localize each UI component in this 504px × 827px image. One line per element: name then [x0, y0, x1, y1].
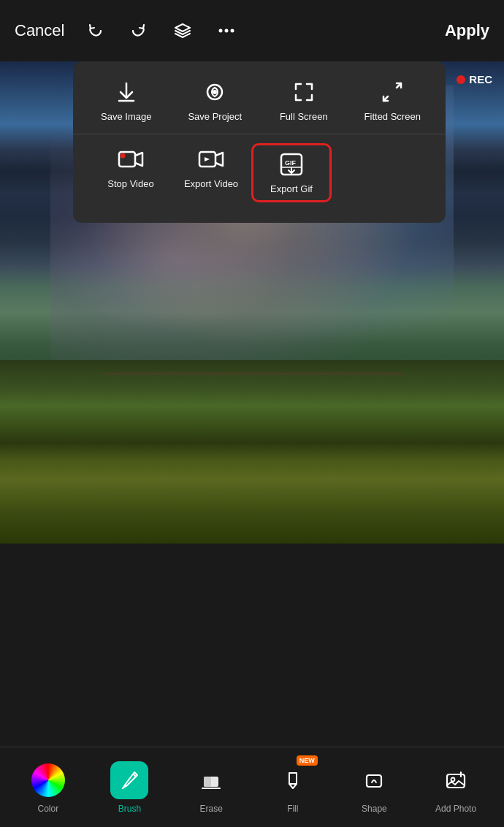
svg-rect-20: [367, 775, 381, 787]
svg-rect-21: [447, 774, 465, 788]
svg-rect-18: [204, 777, 211, 787]
erase-label: Erase: [199, 804, 222, 814]
shape-icon: [363, 769, 385, 791]
stop-video-item[interactable]: Stop Video: [91, 146, 171, 189]
svg-point-7: [213, 90, 217, 94]
rec-badge: REC: [457, 73, 492, 85]
save-image-label: Save Image: [101, 111, 151, 122]
new-badge: NEW: [297, 755, 318, 766]
color-tool[interactable]: Color: [19, 761, 77, 814]
cancel-button[interactable]: Cancel: [15, 21, 64, 40]
top-bar: Cancel Ap: [0, 0, 504, 61]
full-screen-icon: [292, 79, 316, 105]
more-icon: [216, 20, 237, 41]
add-photo-tool[interactable]: Add Photo: [427, 761, 485, 814]
erase-icon: [200, 769, 222, 791]
redo-button[interactable]: [126, 18, 152, 44]
svg-point-2: [225, 29, 229, 33]
layers-icon: [172, 20, 193, 41]
apply-button[interactable]: Apply: [445, 21, 489, 40]
fill-tool[interactable]: NEW Fill: [264, 761, 322, 814]
svg-marker-11: [205, 157, 210, 161]
export-video-icon: [198, 146, 224, 172]
svg-point-9: [121, 153, 126, 159]
export-video-item[interactable]: Export Video: [171, 146, 251, 189]
svg-point-1: [219, 29, 223, 33]
dropdown-menu: Save Image Save Project: [73, 61, 446, 223]
layers-button[interactable]: [169, 18, 196, 44]
add-photo-label: Add Photo: [435, 804, 476, 814]
undo-icon: [85, 20, 105, 41]
stop-video-icon: [118, 146, 144, 172]
add-photo-icon-wrap: [437, 761, 475, 799]
rec-dot: [457, 75, 465, 84]
menu-row-1: Save Image Save Project: [73, 73, 446, 134]
color-label: Color: [37, 804, 58, 814]
redo-icon: [129, 20, 149, 41]
top-bar-left: Cancel: [15, 18, 240, 44]
fill-icon-wrap: NEW: [274, 761, 312, 799]
ground-layer: [0, 360, 504, 544]
export-gif-label: Export Gif: [270, 183, 313, 194]
brush-label: Brush: [118, 804, 141, 814]
svg-point-3: [231, 29, 234, 33]
road-layer: [101, 373, 403, 375]
export-gif-item[interactable]: GIF Export Gif: [251, 143, 332, 202]
export-gif-icon: GIF: [278, 151, 305, 178]
fitted-screen-label: Fitted Screen: [364, 111, 421, 122]
shape-tool[interactable]: Shape: [345, 761, 403, 814]
save-project-icon: [203, 79, 226, 105]
color-wheel-icon: [31, 763, 65, 797]
shape-icon-wrap: [355, 761, 393, 799]
save-image-item[interactable]: Save Image: [93, 79, 159, 122]
rec-label: REC: [469, 73, 492, 85]
save-project-label: Save Project: [188, 111, 242, 122]
fitted-screen-icon: [381, 79, 404, 105]
export-video-label: Export Video: [184, 178, 238, 189]
brush-icon: [118, 769, 140, 791]
erase-icon-wrap: [192, 761, 230, 799]
full-screen-item[interactable]: Full Screen: [271, 79, 337, 122]
svg-point-22: [451, 777, 455, 781]
add-photo-icon: [445, 769, 467, 791]
stop-video-label: Stop Video: [107, 178, 153, 189]
fill-icon: [282, 769, 304, 791]
shape-label: Shape: [362, 804, 387, 814]
svg-marker-0: [175, 24, 190, 31]
menu-row-2: Stop Video Export Video GIF: [73, 134, 446, 217]
save-image-icon: [115, 79, 138, 105]
save-project-item[interactable]: Save Project: [182, 79, 248, 122]
brush-tool[interactable]: Brush: [100, 761, 159, 814]
erase-tool[interactable]: Erase: [182, 761, 240, 814]
bottom-toolbar: Color Brush Erase NEW: [0, 747, 504, 827]
brush-icon-wrap: [110, 761, 148, 799]
more-button[interactable]: [213, 18, 240, 44]
full-screen-label: Full Screen: [280, 111, 328, 122]
undo-button[interactable]: [82, 18, 108, 44]
fill-label: Fill: [287, 804, 298, 814]
bottom-dark-area: [0, 544, 504, 750]
fitted-screen-item[interactable]: Fitted Screen: [359, 79, 425, 122]
svg-text:GIF: GIF: [285, 159, 297, 167]
color-wheel-wrap: [29, 761, 67, 799]
